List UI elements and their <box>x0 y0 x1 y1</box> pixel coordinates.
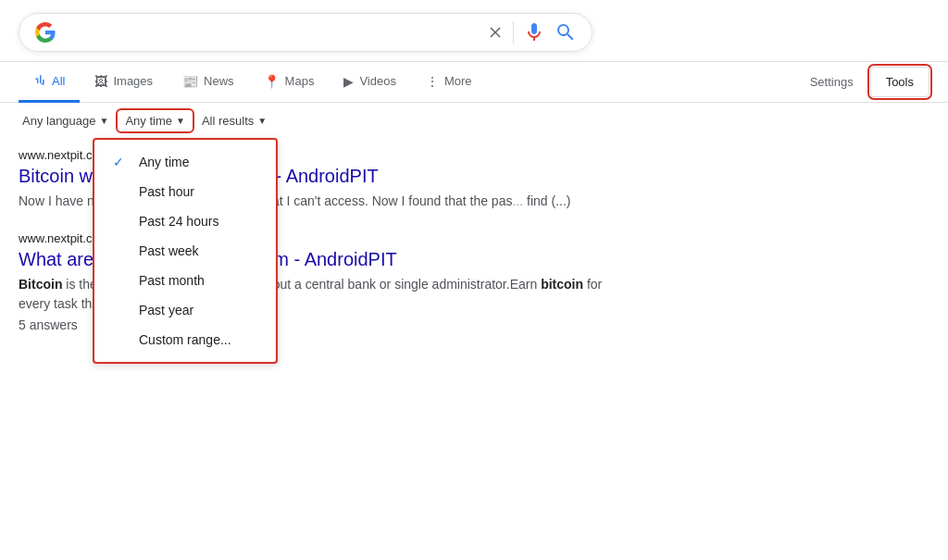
close-icon <box>487 24 504 41</box>
time-option-past24-label: Past 24 hours <box>139 214 218 229</box>
tab-images[interactable]: 🖼 Images <box>80 63 168 103</box>
videos-icon: ▶ <box>343 74 354 89</box>
tab-maps[interactable]: 📍 Maps <box>249 63 330 103</box>
google-logo-icon <box>34 21 56 44</box>
images-icon: 🖼 <box>94 74 107 89</box>
time-option-pastweek[interactable]: ✓ Past week <box>94 236 276 266</box>
time-filter[interactable]: Any time ▼ <box>119 112 190 130</box>
filter-row: Any language ▼ Any time ▼ All results ▼ … <box>0 103 948 139</box>
more-icon: ⋮ <box>426 74 439 89</box>
time-option-anytime[interactable]: ✓ Any time <box>94 147 276 177</box>
tab-news[interactable]: 📰 News <box>168 63 249 103</box>
time-option-pastyear-label: Past year <box>139 303 193 317</box>
tab-videos[interactable]: ▶ Videos <box>329 63 411 103</box>
time-option-anytime-label: Any time <box>139 155 189 169</box>
search-button[interactable] <box>555 21 577 44</box>
time-option-past24[interactable]: ✓ Past 24 hours <box>94 206 276 236</box>
clear-button[interactable] <box>487 24 504 41</box>
tab-maps-label: Maps <box>285 74 315 88</box>
all-icon <box>33 73 46 89</box>
time-filter-label: Any time <box>125 114 172 128</box>
time-option-pasthour[interactable]: ✓ Past hour <box>94 177 276 206</box>
news-icon: 📰 <box>182 74 198 89</box>
language-filter-label: Any language <box>22 114 96 128</box>
settings-link[interactable]: Settings <box>799 68 865 96</box>
time-option-customrange-label: Custom range... <box>139 332 231 347</box>
check-icon-anytime: ✓ <box>113 155 128 169</box>
mic-icon <box>523 21 545 44</box>
tab-videos-label: Videos <box>359 74 396 88</box>
tab-images-label: Images <box>113 74 153 88</box>
search-icon <box>555 21 577 44</box>
nav-right: Settings Tools <box>799 67 929 97</box>
language-filter[interactable]: Any language ▼ <box>19 112 112 130</box>
time-option-pastmonth[interactable]: ✓ Past month <box>94 266 276 295</box>
search-input[interactable]: site:https://www.nextpit.com/forum/ bitc… <box>66 24 478 41</box>
results-filter[interactable]: All results ▼ <box>198 112 270 130</box>
search-input-wrapper: site:https://www.nextpit.com/forum/ bitc… <box>19 13 592 52</box>
tab-all-label: All <box>52 74 65 88</box>
time-option-pastmonth-label: Past month <box>139 273 205 288</box>
time-option-pasthour-label: Past hour <box>139 184 194 199</box>
results-arrow-icon: ▼ <box>257 116 267 126</box>
tab-news-label: News <box>204 74 234 88</box>
mic-button[interactable] <box>523 21 545 44</box>
maps-icon: 📍 <box>264 74 280 89</box>
time-option-customrange[interactable]: ✓ Custom range... <box>94 325 276 355</box>
tab-all[interactable]: All <box>19 62 80 103</box>
time-dropdown-menu: ✓ Any time ✓ Past hour ✓ Past 24 hours ✓… <box>93 138 278 364</box>
language-arrow-icon: ▼ <box>100 116 109 126</box>
tools-button[interactable]: Tools <box>870 67 929 97</box>
divider <box>513 21 514 44</box>
time-option-pastweek-label: Past week <box>139 243 199 258</box>
tab-more[interactable]: ⋮ More <box>411 63 487 103</box>
time-arrow-icon: ▼ <box>176 116 185 126</box>
nav-tabs: All 🖼 Images 📰 News 📍 Maps ▶ Videos ⋮ Mo… <box>0 62 948 103</box>
time-option-pastyear[interactable]: ✓ Past year <box>94 295 276 325</box>
tab-more-label: More <box>444 74 472 88</box>
search-bar-container: site:https://www.nextpit.com/forum/ bitc… <box>0 0 948 62</box>
results-filter-label: All results <box>202 114 254 128</box>
